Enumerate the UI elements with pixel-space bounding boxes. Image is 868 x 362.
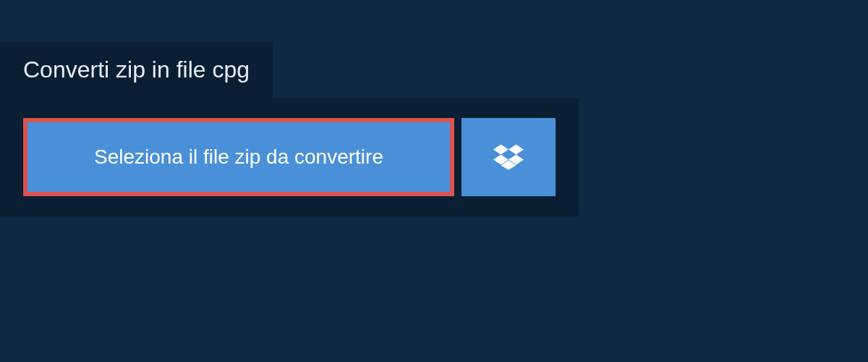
select-file-label: Seleziona il file zip da convertire (94, 146, 383, 169)
dropbox-icon (493, 142, 524, 172)
tab-title: Converti zip in file cpg (23, 56, 250, 83)
button-row: Seleziona il file zip da convertire (23, 118, 556, 196)
dropbox-button[interactable] (461, 118, 556, 196)
tab-convert[interactable]: Converti zip in file cpg (0, 42, 273, 98)
select-file-button[interactable]: Seleziona il file zip da convertire (23, 118, 454, 196)
content-panel: Seleziona il file zip da convertire (0, 98, 579, 216)
tab-bar: Converti zip in file cpg (0, 42, 868, 98)
